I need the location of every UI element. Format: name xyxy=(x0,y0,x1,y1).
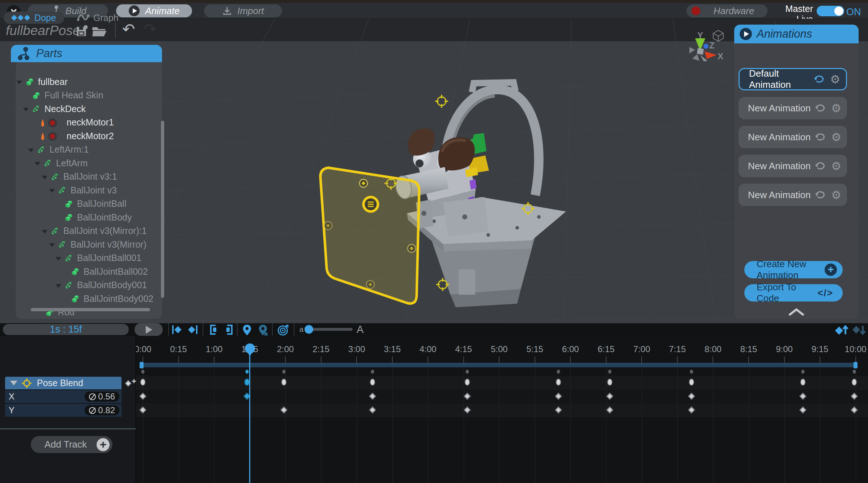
tab-animate[interactable]: Animate xyxy=(116,4,192,17)
summary-keyframe-dot[interactable] xyxy=(852,370,856,374)
animation-item-4[interactable]: New Animation⚙ xyxy=(739,155,847,177)
track-value-badge[interactable]: 0.56 xyxy=(85,392,119,402)
time-display[interactable]: 1s : 15f xyxy=(3,324,129,335)
collapse-panel-button[interactable] xyxy=(788,308,804,316)
timeline-range-bar[interactable] xyxy=(141,363,857,367)
animation-item-2[interactable]: New Animation⚙ xyxy=(739,97,847,119)
remove-marker-icon[interactable] xyxy=(258,324,268,336)
group-keyframe[interactable] xyxy=(851,379,857,386)
summary-keyframe-dot[interactable] xyxy=(282,370,286,374)
group-keyframe[interactable] xyxy=(689,379,694,386)
add-keyframe-button[interactable]: + xyxy=(124,377,135,388)
gear-icon[interactable]: ⚙ xyxy=(830,73,840,86)
parts-tree[interactable]: fullbearFull Head SkinNeckDeckneckMotor1… xyxy=(16,61,162,319)
expand-caret-icon[interactable] xyxy=(28,148,34,152)
tree-item-balljointbody001[interactable]: BallJointBody001 xyxy=(16,279,147,291)
tree-item-balljoint-v3-1[interactable]: BallJoint v3:1 xyxy=(16,171,117,183)
animation-item-1[interactable]: Default Animation⚙ xyxy=(739,68,847,90)
master-live-toggle[interactable] xyxy=(817,6,844,16)
expand-caret-icon[interactable] xyxy=(42,175,47,179)
track-row-x[interactable]: X 0.56 xyxy=(5,390,122,403)
gear-icon[interactable]: ⚙ xyxy=(831,102,841,115)
loop-icon[interactable] xyxy=(814,189,831,200)
tree-item-leftarm[interactable]: LeftArm xyxy=(16,157,88,169)
tree-item-leftarm-1[interactable]: LeftArm:1 xyxy=(16,144,89,155)
animation-item-3[interactable]: New Animation⚙ xyxy=(739,126,847,148)
export-to-code-button[interactable]: Export To Code </> xyxy=(744,284,843,302)
opacity-slider-knob[interactable] xyxy=(305,325,313,334)
summary-keyframe-dot[interactable] xyxy=(608,370,611,374)
expand-caret-icon[interactable] xyxy=(55,283,61,287)
collapse-caret-icon[interactable] xyxy=(10,381,17,385)
playhead-line[interactable] xyxy=(249,343,250,483)
create-new-animation-button[interactable]: Create New Animation + xyxy=(744,261,843,278)
tree-item-fullbear[interactable]: fullbear xyxy=(16,76,68,87)
tree-item-neckmotor1[interactable]: neckMotor1 xyxy=(16,117,114,128)
parts-panel-header[interactable]: Parts xyxy=(11,45,162,62)
prev-keyframe-icon[interactable] xyxy=(171,324,183,335)
range-start-handle[interactable] xyxy=(140,362,144,368)
summary-keyframe-dot[interactable] xyxy=(141,370,145,374)
loop-icon[interactable] xyxy=(814,132,831,142)
tree-item-balljoint-v3-mirror-1[interactable]: BallJoint v3(Mirror):1 xyxy=(16,225,147,237)
tree-item-full-head-skin[interactable]: Full Head Skin xyxy=(16,90,103,101)
add-marker-icon[interactable] xyxy=(242,324,252,336)
pad-menu-icon[interactable] xyxy=(363,197,378,211)
group-keyframe[interactable] xyxy=(464,379,470,386)
summary-keyframe-dot[interactable] xyxy=(245,370,248,374)
animation-item-5[interactable]: New Animation⚙ xyxy=(739,184,847,206)
group-keyframe[interactable] xyxy=(556,379,561,386)
group-keyframe[interactable] xyxy=(140,379,146,386)
dope-sheet-toggle[interactable]: Dope xyxy=(4,12,64,24)
hardware-button[interactable]: Hardware xyxy=(686,4,767,17)
track-value-badge[interactable]: 0.82 xyxy=(85,405,119,415)
loop-icon[interactable] xyxy=(814,103,831,114)
expand-caret-icon[interactable] xyxy=(55,256,61,260)
range-end-handle[interactable] xyxy=(854,362,858,368)
group-keyframe[interactable] xyxy=(370,379,375,386)
tree-item-balljointbody[interactable]: BallJointBody xyxy=(16,211,132,223)
loop-icon[interactable] xyxy=(814,161,831,171)
crosshair-icon[interactable] xyxy=(435,95,448,108)
graph-toggle[interactable]: Graph xyxy=(77,12,118,23)
group-keyframe[interactable] xyxy=(244,379,250,386)
expand-caret-icon[interactable] xyxy=(16,80,22,84)
expand-caret-icon[interactable] xyxy=(49,188,55,192)
tree-item-balljointball[interactable]: BallJointBall xyxy=(16,198,126,210)
play-button[interactable] xyxy=(135,323,163,336)
tree-item-neckmotor2[interactable]: neckMotor2 xyxy=(16,130,114,142)
tree-item-balljointball002[interactable]: BallJointBall002 xyxy=(16,266,148,277)
push-keys-up-icon[interactable] xyxy=(835,324,849,336)
expand-caret-icon[interactable] xyxy=(34,161,40,165)
group-keyframe[interactable] xyxy=(281,379,287,386)
retarget-icon[interactable] xyxy=(277,324,289,336)
projection-cube-icon[interactable] xyxy=(713,30,723,41)
summary-keyframe-dot[interactable] xyxy=(465,370,469,374)
summary-keyframe-dot[interactable] xyxy=(690,370,693,374)
gear-icon[interactable]: ⚙ xyxy=(831,188,841,202)
gear-icon[interactable]: ⚙ xyxy=(831,131,841,144)
expand-caret-icon[interactable] xyxy=(42,229,47,233)
summary-keyframe-dot[interactable] xyxy=(801,370,804,374)
gear-icon[interactable]: ⚙ xyxy=(831,159,841,173)
animations-panel-header[interactable]: Animations xyxy=(734,25,859,43)
tree-item-balljoint-v3-mirror-[interactable]: BallJoint v3(Mirror) xyxy=(16,239,146,250)
parts-horizontal-scrollbar[interactable] xyxy=(31,308,150,311)
add-track-button[interactable]: Add Track + xyxy=(31,436,112,453)
summary-keyframe-dot[interactable] xyxy=(557,370,560,374)
track-group-pose-blend[interactable]: Pose Blend xyxy=(5,377,122,389)
set-range-start-icon[interactable] xyxy=(209,324,219,335)
next-keyframe-icon[interactable] xyxy=(187,324,198,335)
tab-import[interactable]: Import xyxy=(204,4,282,17)
group-keyframe[interactable] xyxy=(800,379,805,386)
tree-item-neckdeck[interactable]: NeckDeck xyxy=(16,103,86,115)
set-range-end-icon[interactable] xyxy=(224,324,234,335)
push-keys-down-icon[interactable] xyxy=(852,324,867,336)
expand-caret-icon[interactable] xyxy=(23,107,29,111)
parts-vertical-scrollbar[interactable] xyxy=(161,121,164,298)
tree-item-balljointbody002[interactable]: BallJointBody002 xyxy=(16,293,153,304)
expand-caret-icon[interactable] xyxy=(49,242,55,247)
group-keyframe[interactable] xyxy=(607,379,612,386)
track-row-y[interactable]: Y 0.82 xyxy=(5,403,122,417)
pose-pad-selection[interactable] xyxy=(320,168,419,303)
